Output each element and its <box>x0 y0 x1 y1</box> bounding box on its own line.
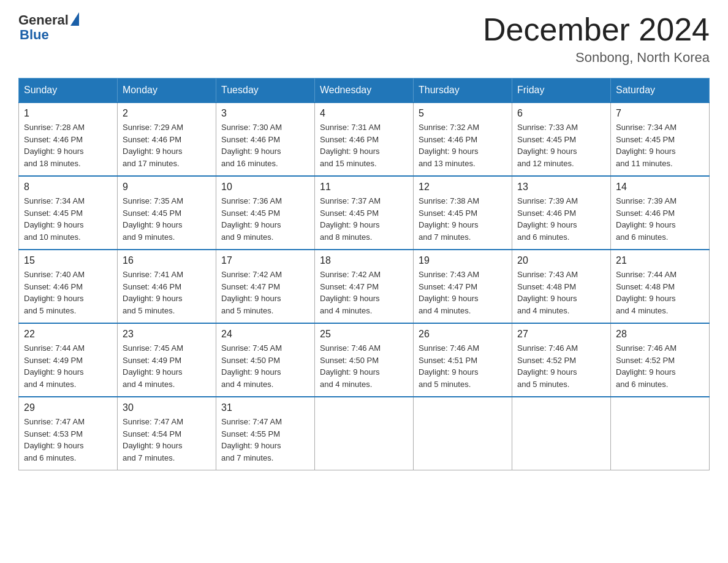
calendar-cell: 21Sunrise: 7:44 AMSunset: 4:48 PMDayligh… <box>611 250 710 323</box>
calendar-cell: 31Sunrise: 7:47 AMSunset: 4:55 PMDayligh… <box>216 397 315 470</box>
calendar-cell: 20Sunrise: 7:43 AMSunset: 4:48 PMDayligh… <box>512 250 611 323</box>
day-number: 24 <box>221 329 309 340</box>
calendar-cell: 6Sunrise: 7:33 AMSunset: 4:45 PMDaylight… <box>512 102 611 176</box>
day-number: 15 <box>24 255 112 266</box>
day-number: 22 <box>24 329 112 340</box>
calendar-cell: 25Sunrise: 7:46 AMSunset: 4:50 PMDayligh… <box>315 323 414 397</box>
logo: General Blue <box>18 12 79 43</box>
calendar-cell: 8Sunrise: 7:34 AMSunset: 4:45 PMDaylight… <box>19 176 118 250</box>
day-info: Sunrise: 7:43 AMSunset: 4:48 PMDaylight:… <box>517 269 605 316</box>
calendar-table: SundayMondayTuesdayWednesdayThursdayFrid… <box>18 78 710 470</box>
day-number: 13 <box>517 182 605 193</box>
day-number: 12 <box>419 182 507 193</box>
day-info: Sunrise: 7:28 AMSunset: 4:46 PMDaylight:… <box>24 121 112 169</box>
day-info: Sunrise: 7:37 AMSunset: 4:45 PMDaylight:… <box>320 195 408 243</box>
calendar-cell: 11Sunrise: 7:37 AMSunset: 4:45 PMDayligh… <box>315 176 414 250</box>
day-info: Sunrise: 7:31 AMSunset: 4:46 PMDaylight:… <box>320 121 408 169</box>
calendar-cell: 29Sunrise: 7:47 AMSunset: 4:53 PMDayligh… <box>19 397 118 470</box>
day-number: 18 <box>320 255 408 266</box>
day-info: Sunrise: 7:39 AMSunset: 4:46 PMDaylight:… <box>517 195 605 243</box>
calendar-cell: 13Sunrise: 7:39 AMSunset: 4:46 PMDayligh… <box>512 176 611 250</box>
day-info: Sunrise: 7:42 AMSunset: 4:47 PMDaylight:… <box>221 269 309 316</box>
day-number: 20 <box>517 255 605 266</box>
day-number: 23 <box>123 329 211 340</box>
calendar-cell: 27Sunrise: 7:46 AMSunset: 4:52 PMDayligh… <box>512 323 611 397</box>
day-number: 8 <box>24 182 112 193</box>
header-tuesday: Tuesday <box>216 79 315 103</box>
day-info: Sunrise: 7:34 AMSunset: 4:45 PMDaylight:… <box>24 195 112 243</box>
header-wednesday: Wednesday <box>315 79 414 103</box>
day-number: 14 <box>616 182 704 193</box>
day-info: Sunrise: 7:44 AMSunset: 4:48 PMDaylight:… <box>616 269 704 316</box>
day-info: Sunrise: 7:35 AMSunset: 4:45 PMDaylight:… <box>123 195 211 243</box>
day-info: Sunrise: 7:39 AMSunset: 4:46 PMDaylight:… <box>616 195 704 243</box>
day-number: 21 <box>616 255 704 266</box>
week-row-4: 22Sunrise: 7:44 AMSunset: 4:49 PMDayligh… <box>19 323 710 397</box>
day-info: Sunrise: 7:38 AMSunset: 4:45 PMDaylight:… <box>419 195 507 243</box>
day-info: Sunrise: 7:34 AMSunset: 4:45 PMDaylight:… <box>616 121 704 169</box>
day-info: Sunrise: 7:29 AMSunset: 4:46 PMDaylight:… <box>123 121 211 169</box>
calendar-cell: 24Sunrise: 7:45 AMSunset: 4:50 PMDayligh… <box>216 323 315 397</box>
day-number: 25 <box>320 329 408 340</box>
day-number: 6 <box>517 108 605 119</box>
calendar-cell: 4Sunrise: 7:31 AMSunset: 4:46 PMDaylight… <box>315 102 414 176</box>
day-info: Sunrise: 7:32 AMSunset: 4:46 PMDaylight:… <box>419 121 507 169</box>
calendar-cell: 3Sunrise: 7:30 AMSunset: 4:46 PMDaylight… <box>216 102 315 176</box>
header-saturday: Saturday <box>611 79 710 103</box>
calendar-cell <box>315 397 414 470</box>
calendar-cell: 19Sunrise: 7:43 AMSunset: 4:47 PMDayligh… <box>414 250 512 323</box>
day-number: 3 <box>221 108 309 119</box>
calendar-cell: 18Sunrise: 7:42 AMSunset: 4:47 PMDayligh… <box>315 250 414 323</box>
day-number: 1 <box>24 108 112 119</box>
logo-triangle-icon <box>70 12 79 26</box>
calendar-cell <box>512 397 611 470</box>
page-subtitle: Sonbong, North Korea <box>483 50 710 66</box>
day-info: Sunrise: 7:40 AMSunset: 4:46 PMDaylight:… <box>24 269 112 316</box>
day-info: Sunrise: 7:42 AMSunset: 4:47 PMDaylight:… <box>320 269 408 316</box>
day-info: Sunrise: 7:47 AMSunset: 4:55 PMDaylight:… <box>221 416 309 464</box>
calendar-cell <box>611 397 710 470</box>
day-info: Sunrise: 7:30 AMSunset: 4:46 PMDaylight:… <box>221 121 309 169</box>
day-number: 7 <box>616 108 704 119</box>
day-info: Sunrise: 7:47 AMSunset: 4:54 PMDaylight:… <box>123 416 211 464</box>
logo-blue-text: Blue <box>18 27 49 43</box>
day-info: Sunrise: 7:41 AMSunset: 4:46 PMDaylight:… <box>123 269 211 316</box>
calendar-header-row: SundayMondayTuesdayWednesdayThursdayFrid… <box>19 79 710 103</box>
week-row-2: 8Sunrise: 7:34 AMSunset: 4:45 PMDaylight… <box>19 176 710 250</box>
calendar-cell: 1Sunrise: 7:28 AMSunset: 4:46 PMDaylight… <box>19 102 118 176</box>
week-row-1: 1Sunrise: 7:28 AMSunset: 4:46 PMDaylight… <box>19 102 710 176</box>
day-number: 28 <box>616 329 704 340</box>
day-number: 9 <box>123 182 211 193</box>
week-row-5: 29Sunrise: 7:47 AMSunset: 4:53 PMDayligh… <box>19 397 710 470</box>
day-info: Sunrise: 7:46 AMSunset: 4:50 PMDaylight:… <box>320 342 408 390</box>
week-row-3: 15Sunrise: 7:40 AMSunset: 4:46 PMDayligh… <box>19 250 710 323</box>
day-number: 4 <box>320 108 408 119</box>
day-number: 19 <box>419 255 507 266</box>
calendar-cell: 15Sunrise: 7:40 AMSunset: 4:46 PMDayligh… <box>19 250 118 323</box>
page-title: December 2024 <box>483 12 710 47</box>
day-info: Sunrise: 7:46 AMSunset: 4:52 PMDaylight:… <box>517 342 605 390</box>
calendar-cell: 2Sunrise: 7:29 AMSunset: 4:46 PMDaylight… <box>118 102 216 176</box>
header-friday: Friday <box>512 79 611 103</box>
calendar-cell: 17Sunrise: 7:42 AMSunset: 4:47 PMDayligh… <box>216 250 315 323</box>
day-number: 10 <box>221 182 309 193</box>
day-info: Sunrise: 7:46 AMSunset: 4:51 PMDaylight:… <box>419 342 507 390</box>
day-info: Sunrise: 7:36 AMSunset: 4:45 PMDaylight:… <box>221 195 309 243</box>
day-number: 30 <box>123 402 211 413</box>
day-number: 2 <box>123 108 211 119</box>
page-header: General Blue December 2024 Sonbong, Nort… <box>18 12 710 66</box>
calendar-cell: 9Sunrise: 7:35 AMSunset: 4:45 PMDaylight… <box>118 176 216 250</box>
day-number: 17 <box>221 255 309 266</box>
calendar-cell: 26Sunrise: 7:46 AMSunset: 4:51 PMDayligh… <box>414 323 512 397</box>
day-number: 26 <box>419 329 507 340</box>
day-number: 29 <box>24 402 112 413</box>
logo-general-text: General <box>18 12 69 28</box>
calendar-cell: 14Sunrise: 7:39 AMSunset: 4:46 PMDayligh… <box>611 176 710 250</box>
calendar-cell: 30Sunrise: 7:47 AMSunset: 4:54 PMDayligh… <box>118 397 216 470</box>
day-info: Sunrise: 7:47 AMSunset: 4:53 PMDaylight:… <box>24 416 112 464</box>
calendar-cell: 28Sunrise: 7:46 AMSunset: 4:52 PMDayligh… <box>611 323 710 397</box>
day-info: Sunrise: 7:46 AMSunset: 4:52 PMDaylight:… <box>616 342 704 390</box>
title-block: December 2024 Sonbong, North Korea <box>483 12 710 66</box>
day-info: Sunrise: 7:45 AMSunset: 4:50 PMDaylight:… <box>221 342 309 390</box>
day-info: Sunrise: 7:44 AMSunset: 4:49 PMDaylight:… <box>24 342 112 390</box>
